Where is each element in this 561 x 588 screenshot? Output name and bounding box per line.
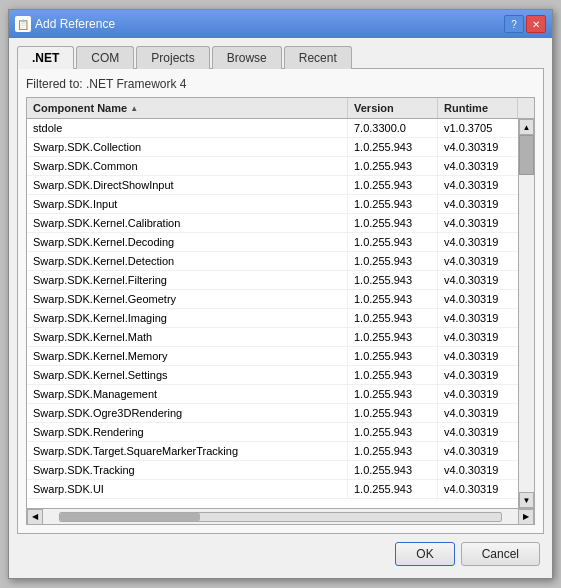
scroll-track[interactable] [519,135,534,492]
table-body-wrapper: stdole7.0.3300.0v1.0.3705Swarp.SDK.Colle… [27,119,534,508]
titlebar-title: Add Reference [35,17,115,31]
cell-runtime: v4.0.30319 [438,347,518,365]
add-reference-window: 📋 Add Reference ? ✕ .NET COM Projects Br… [8,9,553,579]
hscroll-thumb[interactable] [60,513,200,521]
cell-runtime: v4.0.30319 [438,233,518,251]
tab-com[interactable]: COM [76,46,134,69]
cell-runtime: v4.0.30319 [438,385,518,403]
cell-component-name: Swarp.SDK.Ogre3DRendering [27,404,348,422]
cell-runtime: v4.0.30319 [438,480,518,498]
table-row[interactable]: stdole7.0.3300.0v1.0.3705 [27,119,518,138]
cell-version: 7.0.3300.0 [348,119,438,137]
cell-runtime: v4.0.30319 [438,176,518,194]
cell-component-name: Swarp.SDK.Input [27,195,348,213]
window-icon: 📋 [15,16,31,32]
cell-runtime: v4.0.30319 [438,309,518,327]
cell-version: 1.0.255.943 [348,290,438,308]
cell-version: 1.0.255.943 [348,195,438,213]
sort-arrow-icon: ▲ [130,104,138,113]
cell-component-name: Swarp.SDK.Kernel.Imaging [27,309,348,327]
table-row[interactable]: Swarp.SDK.Target.SquareMarkerTracking1.0… [27,442,518,461]
table-row[interactable]: Swarp.SDK.Management1.0.255.943v4.0.3031… [27,385,518,404]
cell-version: 1.0.255.943 [348,347,438,365]
cell-version: 1.0.255.943 [348,461,438,479]
ok-button[interactable]: OK [395,542,454,566]
table-row[interactable]: Swarp.SDK.Kernel.Detection1.0.255.943v4.… [27,252,518,271]
vscroll-header-spacer [518,98,534,118]
table-row[interactable]: Swarp.SDK.Kernel.Calibration1.0.255.943v… [27,214,518,233]
table-row[interactable]: Swarp.SDK.Kernel.Math1.0.255.943v4.0.303… [27,328,518,347]
table-row[interactable]: Swarp.SDK.Kernel.Settings1.0.255.943v4.0… [27,366,518,385]
help-button[interactable]: ? [504,15,524,33]
hscroll-track[interactable] [59,512,502,522]
cell-runtime: v4.0.30319 [438,404,518,422]
cell-runtime: v4.0.30319 [438,461,518,479]
cell-version: 1.0.255.943 [348,252,438,270]
cell-version: 1.0.255.943 [348,366,438,384]
cell-component-name: Swarp.SDK.Kernel.Calibration [27,214,348,232]
table-row[interactable]: Swarp.SDK.Rendering1.0.255.943v4.0.30319 [27,423,518,442]
cell-version: 1.0.255.943 [348,423,438,441]
table-row[interactable]: Swarp.SDK.Collection1.0.255.943v4.0.3031… [27,138,518,157]
table-header: Component Name ▲ Version Runtime [27,98,534,119]
cell-component-name: Swarp.SDK.DirectShowInput [27,176,348,194]
scroll-right-button[interactable]: ▶ [518,509,534,525]
close-button[interactable]: ✕ [526,15,546,33]
table-row[interactable]: Swarp.SDK.Kernel.Decoding1.0.255.943v4.0… [27,233,518,252]
cell-runtime: v4.0.30319 [438,214,518,232]
table-body[interactable]: stdole7.0.3300.0v1.0.3705Swarp.SDK.Colle… [27,119,518,508]
cell-component-name: Swarp.SDK.Kernel.Filtering [27,271,348,289]
cell-version: 1.0.255.943 [348,138,438,156]
cell-version: 1.0.255.943 [348,480,438,498]
cell-version: 1.0.255.943 [348,214,438,232]
tab-recent[interactable]: Recent [284,46,352,69]
scroll-left-button[interactable]: ◀ [27,509,43,525]
cell-version: 1.0.255.943 [348,385,438,403]
cell-component-name: Swarp.SDK.Kernel.Geometry [27,290,348,308]
vertical-scrollbar[interactable]: ▲ ▼ [518,119,534,508]
cell-runtime: v4.0.30319 [438,442,518,460]
table-row[interactable]: Swarp.SDK.Common1.0.255.943v4.0.30319 [27,157,518,176]
filter-label: Filtered to: .NET Framework 4 [26,77,535,91]
scroll-up-button[interactable]: ▲ [519,119,534,135]
cell-version: 1.0.255.943 [348,404,438,422]
table-row[interactable]: Swarp.SDK.UI1.0.255.943v4.0.30319 [27,480,518,499]
cell-runtime: v4.0.30319 [438,138,518,156]
cell-version: 1.0.255.943 [348,328,438,346]
cell-version: 1.0.255.943 [348,309,438,327]
cell-version: 1.0.255.943 [348,157,438,175]
horizontal-scrollbar-container: ◀ ▶ [27,508,534,524]
cell-version: 1.0.255.943 [348,271,438,289]
cell-component-name: stdole [27,119,348,137]
table-row[interactable]: Swarp.SDK.Input1.0.255.943v4.0.30319 [27,195,518,214]
cell-runtime: v4.0.30319 [438,290,518,308]
cell-component-name: Swarp.SDK.UI [27,480,348,498]
table-row[interactable]: Swarp.SDK.Kernel.Filtering1.0.255.943v4.… [27,271,518,290]
table-row[interactable]: Swarp.SDK.Tracking1.0.255.943v4.0.30319 [27,461,518,480]
column-header-name[interactable]: Component Name ▲ [27,98,348,118]
cell-runtime: v4.0.30319 [438,195,518,213]
cell-component-name: Swarp.SDK.Common [27,157,348,175]
table-row[interactable]: Swarp.SDK.Ogre3DRendering1.0.255.943v4.0… [27,404,518,423]
cell-runtime: v4.0.30319 [438,366,518,384]
cell-component-name: Swarp.SDK.Management [27,385,348,403]
titlebar: 📋 Add Reference ? ✕ [9,10,552,38]
dialog-footer: OK Cancel [17,534,544,570]
scroll-down-button[interactable]: ▼ [519,492,534,508]
cell-runtime: v4.0.30319 [438,328,518,346]
scroll-thumb[interactable] [519,135,534,175]
column-header-runtime[interactable]: Runtime [438,98,518,118]
table-row[interactable]: Swarp.SDK.Kernel.Imaging1.0.255.943v4.0.… [27,309,518,328]
cell-component-name: Swarp.SDK.Target.SquareMarkerTracking [27,442,348,460]
cell-component-name: Swarp.SDK.Collection [27,138,348,156]
tab-browse[interactable]: Browse [212,46,282,69]
table-row[interactable]: Swarp.SDK.Kernel.Memory1.0.255.943v4.0.3… [27,347,518,366]
cancel-button[interactable]: Cancel [461,542,540,566]
tab-projects[interactable]: Projects [136,46,209,69]
table-row[interactable]: Swarp.SDK.Kernel.Geometry1.0.255.943v4.0… [27,290,518,309]
tab-net[interactable]: .NET [17,46,74,69]
cell-runtime: v4.0.30319 [438,423,518,441]
table-row[interactable]: Swarp.SDK.DirectShowInput1.0.255.943v4.0… [27,176,518,195]
column-header-version[interactable]: Version [348,98,438,118]
cell-runtime: v4.0.30319 [438,271,518,289]
